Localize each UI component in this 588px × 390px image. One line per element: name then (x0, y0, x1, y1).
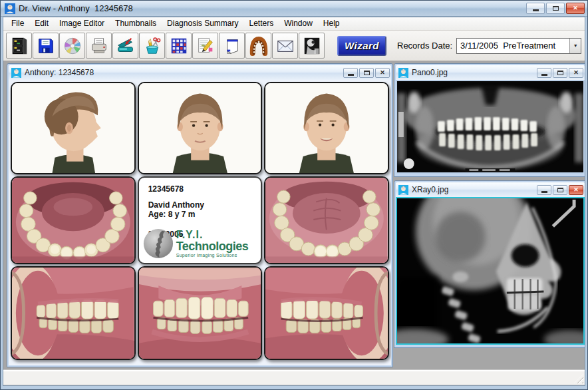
records-date-combobox[interactable]: 3/11/2005 PreTreatment ▼ (456, 38, 581, 54)
patient-photo-grid: 12345678 David Anthony Age: 8 y 7 m 3/11… (9, 80, 391, 365)
xray-patient-icon (398, 185, 408, 195)
card-patient-name: David Anthony (148, 200, 257, 210)
menu-letters[interactable]: Letters (243, 17, 279, 30)
photo-upper-occlusal[interactable] (264, 176, 389, 264)
patient-window-title-bar[interactable]: Anthony: 12345678 ✕ (9, 65, 391, 80)
xray-close-button[interactable]: ✕ (569, 185, 583, 195)
save-icon (36, 36, 56, 56)
wizard-button[interactable]: Wizard (337, 36, 386, 56)
patient-info-card[interactable]: 12345678 David Anthony Age: 8 y 7 m 3/11… (138, 176, 263, 264)
window-title: Dr. View - Anthony 12345678 (19, 3, 526, 13)
toolbar-button-letter-editor[interactable] (192, 33, 218, 59)
toolbar-button-mail[interactable] (272, 33, 298, 59)
card-patient-age: Age: 8 y 7 m (148, 210, 257, 219)
menu-window[interactable]: Window (279, 17, 318, 30)
minimize-icon (541, 191, 547, 193)
restore-icon (553, 6, 559, 11)
restore-icon (557, 71, 563, 75)
xray-window-title-bar[interactable]: XRay0.jpg ✕ (396, 182, 585, 197)
smile-photo-image (265, 83, 388, 173)
minimize-icon (533, 9, 539, 11)
pano-restore-button[interactable] (553, 68, 567, 78)
cephalometric-xray-image (397, 198, 583, 343)
status-bar (3, 370, 585, 385)
toolbar-button-print[interactable] (86, 33, 112, 59)
chevron-down-icon[interactable]: ▼ (569, 39, 581, 53)
fyi-technologies-logo: F.Y.I. Technologies Superior Imaging Sol… (143, 228, 249, 259)
file-cabinet-icon (9, 36, 29, 56)
pen-cup-icon (142, 36, 162, 56)
toolbar-button-save[interactable] (33, 33, 59, 59)
left-buccal-image (265, 268, 388, 359)
xray-window: XRay0.jpg ✕ (394, 180, 585, 348)
menu-bar: File Edit Image Editor Thumbnails Diagno… (3, 17, 585, 31)
right-buccal-image (12, 268, 134, 359)
toolbar-button-xray[interactable] (299, 33, 325, 59)
xray-minimize-button[interactable] (537, 185, 551, 195)
photo-frontal-rest[interactable] (138, 82, 263, 174)
upper-occlusal-image (265, 178, 388, 263)
menu-thumbnails[interactable]: Thumbnails (110, 17, 162, 30)
xray-image-area[interactable] (396, 197, 585, 345)
menu-diagnosis-summary[interactable]: Diagnosis Summary (162, 17, 243, 30)
minimize-button[interactable] (526, 3, 545, 14)
mail-envelope-icon (275, 36, 295, 56)
patient-close-button[interactable]: ✕ (375, 68, 390, 78)
toolbar-button-cd[interactable] (59, 33, 85, 59)
page-layout-icon (222, 36, 242, 56)
application-window: Dr. View - Anthony 12345678 ✕ File Edit … (0, 0, 588, 390)
pano-minimize-button[interactable] (537, 68, 551, 78)
photo-left-buccal[interactable] (264, 266, 389, 360)
toolbar-button-thumbnails[interactable] (166, 33, 192, 59)
toolbar-button-scan[interactable] (112, 33, 138, 59)
photo-profile-right[interactable] (11, 82, 136, 174)
menu-file[interactable]: File (6, 17, 29, 30)
cd-disc-icon (63, 36, 82, 56)
app-icon (5, 3, 15, 14)
pano-window-title: Pano0.jpg (412, 68, 537, 77)
pano-window-title-bar[interactable]: Pano0.jpg ✕ (396, 65, 585, 80)
menu-edit[interactable]: Edit (29, 17, 54, 30)
patient-minimize-button[interactable] (343, 68, 358, 78)
restore-icon (557, 188, 563, 192)
lower-occlusal-image (12, 178, 134, 263)
pano-close-button[interactable]: ✕ (569, 68, 583, 78)
close-button[interactable]: ✕ (566, 3, 585, 14)
close-icon: ✕ (380, 70, 385, 76)
resize-grip[interactable] (574, 374, 583, 383)
close-icon: ✕ (573, 70, 579, 76)
restore-icon (364, 71, 370, 75)
logo-fyi-text: F.Y.I. (176, 230, 249, 240)
toolbar-button-dental-arch[interactable] (245, 33, 271, 59)
logo-tagline-text: Superior Imaging Solutions (176, 253, 249, 258)
photo-frontal-occlusion[interactable] (138, 266, 263, 360)
panoramic-xray-image (397, 81, 583, 172)
photo-right-buccal[interactable] (11, 266, 136, 360)
patient-restore-button[interactable] (359, 68, 374, 78)
main-title-bar[interactable]: Dr. View - Anthony 12345678 ✕ (1, 1, 587, 17)
toolbar-button-tools[interactable] (139, 33, 165, 59)
menu-image-editor[interactable]: Image Editor (54, 17, 110, 30)
close-icon: ✕ (573, 187, 579, 193)
xray-image-icon (302, 36, 322, 56)
patient-icon (11, 68, 21, 78)
photo-lower-occlusal[interactable] (11, 176, 136, 264)
pano-patient-icon (398, 68, 408, 78)
profile-photo-image (12, 83, 134, 173)
menu-help[interactable]: Help (318, 17, 345, 30)
xray-window-title: XRay0.jpg (412, 185, 537, 194)
minimize-icon (348, 74, 354, 76)
restore-button[interactable] (546, 3, 565, 14)
photo-frontal-smile[interactable] (264, 82, 389, 174)
frontal-occlusion-image (139, 268, 261, 359)
card-patient-id: 12345678 (148, 184, 257, 194)
pano-image-area[interactable] (396, 80, 585, 174)
toolbar-button-file-cabinet[interactable] (6, 33, 32, 59)
toolbar-button-page[interactable] (219, 33, 245, 59)
letter-editor-icon (196, 36, 216, 56)
xray-restore-button[interactable] (553, 185, 567, 195)
patient-window: Anthony: 12345678 ✕ (7, 63, 393, 367)
thumbnail-grid-icon (169, 36, 189, 56)
dental-arch-icon (249, 36, 269, 56)
frontal-photo-image (139, 83, 261, 173)
